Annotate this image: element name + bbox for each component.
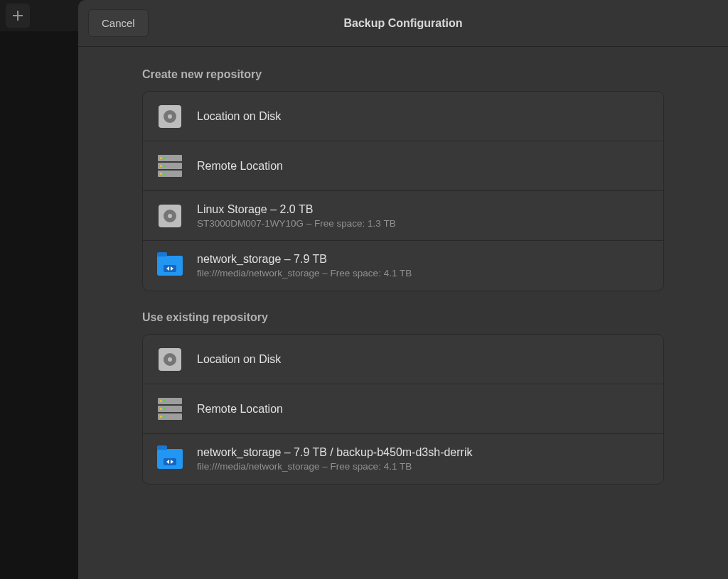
dialog-body: Create new repository Location on Disk xyxy=(78,47,728,579)
use-section-title: Use existing repository xyxy=(142,311,664,324)
row-title: Linux Storage – 2.0 TB xyxy=(197,203,396,216)
folder-icon xyxy=(157,253,183,278)
create-repo-list: Location on Disk Remote Location xyxy=(142,91,664,291)
dialog-header: Cancel Backup Configuration xyxy=(78,0,728,47)
row-title: network_storage – 7.9 TB xyxy=(197,253,412,266)
row-title: Remote Location xyxy=(197,403,283,416)
use-remote-location[interactable]: Remote Location xyxy=(143,384,663,434)
row-title: Location on Disk xyxy=(197,110,281,123)
use-network-storage-backup[interactable]: network_storage – 7.9 TB / backup-b450m-… xyxy=(143,434,663,484)
server-icon xyxy=(157,153,183,179)
row-text: Linux Storage – 2.0 TB ST3000DM007-1WY10… xyxy=(197,203,396,229)
create-remote-location[interactable]: Remote Location xyxy=(143,141,663,191)
create-location-on-disk[interactable]: Location on Disk xyxy=(143,92,663,141)
create-linux-storage[interactable]: Linux Storage – 2.0 TB ST3000DM007-1WY10… xyxy=(143,191,663,241)
row-text: network_storage – 7.9 TB / backup-b450m-… xyxy=(197,446,472,472)
disk-icon xyxy=(157,104,183,129)
create-network-storage[interactable]: network_storage – 7.9 TB file:///media/n… xyxy=(143,241,663,291)
disk-icon xyxy=(157,347,183,372)
dialog-title: Backup Configuration xyxy=(343,17,462,30)
folder-icon xyxy=(157,446,183,472)
row-text: Location on Disk xyxy=(197,353,281,366)
backup-config-dialog: Cancel Backup Configuration Create new r… xyxy=(78,0,728,579)
row-title: network_storage – 7.9 TB / backup-b450m-… xyxy=(197,446,472,459)
cancel-button[interactable]: Cancel xyxy=(88,9,149,37)
row-subtitle: file:///media/network_storage – Free spa… xyxy=(197,268,412,278)
row-text: Remote Location xyxy=(197,160,283,173)
row-text: Location on Disk xyxy=(197,110,281,123)
row-title: Remote Location xyxy=(197,160,283,173)
row-title: Location on Disk xyxy=(197,353,281,366)
use-repo-list: Location on Disk Remote Location xyxy=(142,334,664,485)
row-subtitle: ST3000DM007-1WY10G – Free space: 1.3 TB xyxy=(197,218,396,229)
row-subtitle: file:///media/network_storage – Free spa… xyxy=(197,461,472,472)
disk-icon xyxy=(157,203,183,229)
row-text: Remote Location xyxy=(197,403,283,416)
use-location-on-disk[interactable]: Location on Disk xyxy=(143,335,663,384)
create-section-title: Create new repository xyxy=(142,68,664,81)
row-text: network_storage – 7.9 TB file:///media/n… xyxy=(197,253,412,278)
server-icon xyxy=(157,396,183,422)
